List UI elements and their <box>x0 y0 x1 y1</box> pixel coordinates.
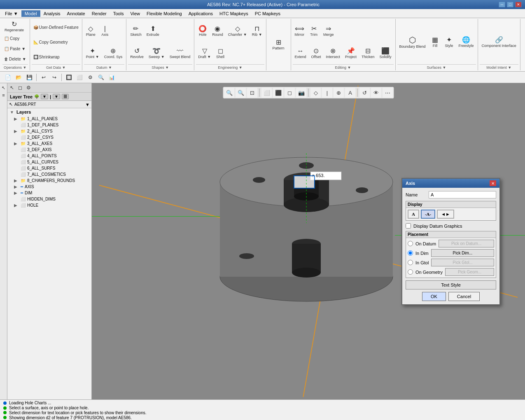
vp-zoom-out-button[interactable]: 🔍 <box>236 88 246 98</box>
cancel-button[interactable]: Cancel <box>448 292 480 301</box>
trim-button[interactable]: ✂ Trim <box>307 24 320 38</box>
shell-button[interactable]: ◻ Shell <box>214 47 227 60</box>
copy-geometry-button[interactable]: 📐 Copy Geometry <box>32 39 70 45</box>
rib-button[interactable]: ⊓ Rib ▼ <box>250 24 264 38</box>
layer-item-1all-planes[interactable]: ▶ 📁 1_ALL_PLANES <box>7 116 91 122</box>
layer-item-8chamfers-rounds[interactable]: ▶ 📁 8_CHAMFERS_ROUNDS <box>7 177 91 184</box>
shrinkwrap-button[interactable]: 🔲 Shrinkwrap <box>32 54 61 60</box>
vp-datum-axes-button[interactable]: | <box>322 88 333 98</box>
layer-item-axis[interactable]: ▶ ━ AXIS <box>7 184 91 190</box>
layer-item-hidden-dims[interactable]: ⬜ HIDDEN_DIMS <box>7 196 91 202</box>
vp-edges-button[interactable]: ◻ <box>285 88 295 98</box>
vp-zoom-fit-button[interactable]: ⊡ <box>247 88 258 98</box>
viewport[interactable]: 🔍 🔍 ⊡ ⬜ ⬛ ◻ 📷 ◇ | ⊕ A ↺ 👁 ⋯ <box>92 83 525 399</box>
menu-htc-mapkeys[interactable]: HTC Mapkeys <box>216 10 252 17</box>
pick-gtol-button[interactable]: Pick Gtol... <box>431 259 494 266</box>
chamfer-button[interactable]: ◇ Chamfer ▼ <box>226 24 249 38</box>
layer-item-7all-cosmetics[interactable]: ⬜ 7_ALL_COSMETICS <box>7 171 91 177</box>
layer-item-2all-csys[interactable]: ▶ 📁 2_ALL_CSYS <box>7 128 91 134</box>
sketch-button[interactable]: ✏ Sketch <box>128 24 144 38</box>
vp-more-button[interactable]: ⋯ <box>383 88 393 98</box>
select-icon[interactable]: ↖ <box>1 85 7 91</box>
revolve-button[interactable]: ↺ Revolve <box>128 47 146 60</box>
filter-button[interactable]: 🔍 <box>96 73 105 82</box>
pick-on-datum-button[interactable]: Pick on Datum... <box>439 240 494 247</box>
merge-button[interactable]: ⇒ Merge <box>321 24 336 38</box>
boundary-blend-button[interactable]: ⬡ Boundary Blend <box>397 35 428 50</box>
delete-button[interactable]: 🗑 Delete ▼ <box>2 56 28 62</box>
new-button[interactable]: 📄 <box>3 73 12 82</box>
layer-item-hole[interactable]: ▶ ⬜ HOLE <box>7 202 91 208</box>
pattern-button[interactable]: ⊞ Pattern <box>268 38 289 51</box>
in-dim-radio[interactable] <box>408 250 413 256</box>
in-gtol-radio[interactable] <box>408 260 413 265</box>
select-tool-button[interactable]: ↖ <box>8 84 16 91</box>
axis-dialog-close-button[interactable]: ✕ <box>490 180 496 186</box>
view-3d-button[interactable]: 🔲 <box>64 73 73 82</box>
layer-item-5all-curves[interactable]: ⬜ 5_ALL_CURVES <box>7 159 91 165</box>
menu-view[interactable]: View <box>127 10 143 17</box>
layers-root[interactable]: ▼ Layers <box>7 108 91 116</box>
regenerate-button[interactable]: ↻ Regenerate <box>2 20 26 33</box>
display-btn-boxed[interactable]: -A- <box>421 210 435 219</box>
paste-button[interactable]: 📋 Paste ▼ <box>2 46 27 52</box>
display-btn-arrow[interactable]: ◄► <box>437 210 454 219</box>
maximize-button[interactable]: □ <box>507 2 513 7</box>
layer-item-3def-axis[interactable]: ⬜ 3_DEF_AXIS <box>7 147 91 153</box>
fill-button[interactable]: ▦ Fill <box>429 35 442 49</box>
vp-datum-csys-button[interactable]: ⊕ <box>334 88 344 98</box>
panel-btn3[interactable]: ▼ <box>53 94 60 99</box>
vp-zoom-in-button[interactable]: 🔍 <box>224 88 235 98</box>
on-geometry-radio[interactable] <box>408 269 413 275</box>
menu-analysis[interactable]: Analysis <box>40 10 64 17</box>
vp-wireframe-button[interactable]: ⬜ <box>261 88 272 98</box>
vp-spin-button[interactable]: ↺ <box>359 88 370 98</box>
menu-applications[interactable]: Applications <box>185 10 216 17</box>
menu-model[interactable]: Model <box>21 10 40 17</box>
layer-item-3all-axes[interactable]: ▶ 📁 3_ALL_AXES <box>7 140 91 147</box>
hole-button[interactable]: ⭕ Hole <box>196 24 209 38</box>
layer-item-2def-csys[interactable]: ⬜ 2_DEF_CSYS <box>7 134 91 140</box>
plane-button[interactable]: ◇ Plane <box>84 24 98 38</box>
draft-button[interactable]: ▽ Draft ▼ <box>196 47 213 60</box>
solidify-button[interactable]: ⬛ Solidify <box>378 47 394 60</box>
vp-annotation-button[interactable]: A <box>345 88 356 98</box>
round-button[interactable]: ◉ Round <box>210 24 225 38</box>
datum-graphics-checkbox[interactable] <box>406 223 411 229</box>
layer-item-1def-planes[interactable]: ⬜ 1_DEF_PLANES <box>7 122 91 128</box>
vp-view-button[interactable]: 👁 <box>371 88 382 98</box>
copy-button[interactable]: 📋 Copy <box>2 35 21 42</box>
sweep-button[interactable]: ➰ Sweep ▼ <box>147 47 167 60</box>
menu-annotate[interactable]: Annotate <box>64 10 89 17</box>
expand-layers-icon[interactable]: ▼ <box>10 110 15 114</box>
freestyle-button[interactable]: 🌐 Freestyle <box>457 35 476 49</box>
thicken-button[interactable]: ⊟ Thicken <box>359 47 377 60</box>
mirror-button[interactable]: ⟺ Mirror <box>293 24 307 38</box>
menu-file[interactable]: File ▼ <box>2 10 21 17</box>
redo-button[interactable]: ↪ <box>50 73 59 82</box>
open-button[interactable]: 📂 <box>14 73 23 82</box>
vp-perspective-button[interactable]: 📷 <box>296 88 307 98</box>
layer-item-6all-surfs[interactable]: ⬜ 6_ALL_SURFS <box>7 165 91 171</box>
layer-icon[interactable]: ≡ <box>1 92 7 98</box>
component-interface-button[interactable]: 🔗 Component Interface <box>480 35 518 49</box>
user-defined-feature-button[interactable]: 📦 User-Defined Feature <box>32 24 80 30</box>
settings-button[interactable]: ⚙ <box>86 73 95 82</box>
minimize-button[interactable]: ─ <box>499 2 505 7</box>
pick-geom-button[interactable]: Pick Geom... <box>445 268 494 276</box>
extrude-button[interactable]: ⬆ Extrude <box>145 24 161 38</box>
on-datum-radio[interactable] <box>408 241 413 246</box>
menu-render[interactable]: Render <box>89 10 110 17</box>
ok-button[interactable]: OK <box>422 292 446 301</box>
coord-system-button[interactable]: ⊕ Coord. Sys <box>102 47 125 60</box>
panel-settings-button[interactable]: ⚙ <box>25 84 32 91</box>
menu-pc-mapkeys[interactable]: PC Mapkeys <box>252 10 284 17</box>
panel-btn1[interactable]: ▼ <box>41 94 48 99</box>
layer-item-dim[interactable]: ▶ ━ DIM <box>7 190 91 196</box>
extend-button[interactable]: ↔ Extend <box>293 47 308 60</box>
pick-dim-button[interactable]: Pick Dim... <box>431 249 494 257</box>
misc-button[interactable]: 📊 <box>107 73 116 82</box>
panel-btn4[interactable]: ☰ <box>62 94 69 99</box>
layer-item-4all-points[interactable]: ⬜ 4_ALL_POINTS <box>7 153 91 159</box>
display-btn-plain[interactable]: A <box>408 210 419 219</box>
